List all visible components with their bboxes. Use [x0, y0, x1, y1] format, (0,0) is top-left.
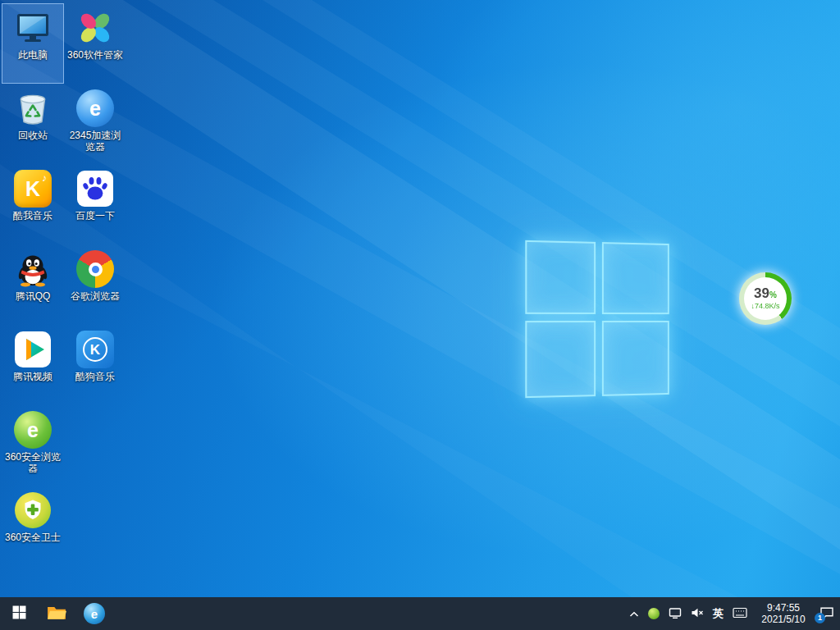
action-center-button[interactable]: 1: [819, 606, 834, 622]
start-button[interactable]: [0, 597, 38, 630]
windows-start-icon: [12, 605, 26, 622]
taskbar-empty-area: [113, 597, 626, 630]
chevron-up-icon: [629, 608, 639, 620]
download-percent: 39%: [754, 286, 777, 302]
desktop-icon-grid: 此电脑 回收站 K ♪: [2, 3, 126, 566]
360-safety-guard-icon: [13, 491, 52, 530]
2345-browser-icon: e: [75, 89, 115, 128]
browser-taskbar-button[interactable]: e: [75, 597, 113, 630]
desktop-icon-label: 百度一下: [75, 210, 115, 221]
desktop-icon-label: 腾讯QQ: [16, 290, 51, 302]
desktop-icon-label: 回收站: [18, 130, 48, 141]
windows-logo-pane: [602, 242, 669, 314]
desktop-icon-baidu[interactable]: 百度一下: [64, 164, 126, 244]
clock-time: 9:47:55: [767, 602, 800, 614]
desktop-icon-label: 360软件管家: [67, 49, 123, 61]
desktop-icon-360-software-manager[interactable]: 360软件管家: [64, 3, 126, 84]
keyboard-icon: [733, 607, 747, 621]
desktop-icon-tencent-qq[interactable]: 腾讯QQ: [2, 244, 64, 325]
kugou-music-icon: K: [75, 330, 115, 369]
ime-indicator[interactable]: 英: [713, 606, 724, 621]
kuwo-music-icon: K ♪: [13, 169, 52, 208]
desktop-icon-label: 360安全浏览器: [2, 451, 63, 474]
desktop-icon-tencent-video[interactable]: 腾讯视频: [2, 325, 64, 405]
download-progress-ring: 39% ↓74.8K/s: [739, 272, 792, 325]
desktop-icon-label: 此电脑: [18, 49, 48, 61]
baidu-paw-icon: [75, 169, 115, 208]
desktop-icon-this-pc[interactable]: 此电脑: [2, 3, 64, 84]
desktop-icon-2345-browser[interactable]: e 2345加速浏览器: [64, 84, 126, 164]
music-note-icon: ♪: [42, 172, 47, 184]
qq-penguin-icon: [13, 249, 52, 289]
desktop-icon-label: 酷我音乐: [13, 210, 52, 221]
desktop-icon-kuwo-music[interactable]: K ♪ 酷我音乐: [2, 164, 64, 244]
download-float-widget[interactable]: 39% ↓74.8K/s: [739, 272, 792, 325]
file-explorer-button[interactable]: [38, 597, 75, 630]
volume-muted-icon: [691, 606, 704, 622]
windows-logo-pane: [525, 240, 596, 314]
windows-logo: [525, 240, 669, 398]
desktop-icon-chrome[interactable]: 谷歌浏览器: [64, 244, 126, 325]
browser-e-glyph: e: [91, 608, 98, 620]
desktop-icon-kugou-music[interactable]: K 酷狗音乐: [64, 325, 126, 405]
tray-expand-button[interactable]: [629, 608, 639, 620]
desktop-icon-label: 谷歌浏览器: [71, 290, 120, 302]
desktop-icon-label: 腾讯视频: [13, 371, 52, 382]
taskbar: e: [0, 597, 840, 630]
desktop-icon-360-secure-browser[interactable]: e 360安全浏览器: [2, 405, 64, 486]
tencent-video-icon: [13, 330, 52, 369]
clock-date: 2021/5/10: [761, 614, 805, 625]
desktop-icon-label: 酷狗音乐: [75, 371, 115, 382]
touch-keyboard-button[interactable]: [733, 607, 747, 621]
this-pc-icon: [13, 8, 52, 48]
kuwo-glyph: K: [25, 179, 40, 199]
system-tray: 英 9:47:55 2021/5/10 1: [626, 597, 840, 630]
taskbar-clock[interactable]: 9:47:55 2021/5/10: [756, 602, 810, 625]
kugou-glyph: K: [90, 343, 100, 357]
download-speed: ↓74.8K/s: [751, 302, 779, 311]
ethernet-network-icon: [669, 606, 682, 622]
download-progress-inner: 39% ↓74.8K/s: [744, 277, 787, 320]
browser-e-glyph: e: [27, 420, 39, 441]
desktop-icon-recycle-bin[interactable]: 回收站: [2, 84, 64, 164]
360-secure-browser-icon: e: [13, 410, 52, 450]
desktop-icon-360-safety-guard[interactable]: 360安全卫士: [2, 486, 64, 566]
browser-e-glyph: e: [89, 98, 101, 119]
desktop-wallpaper: 此电脑 回收站 K ♪: [0, 0, 840, 597]
recycle-bin-icon: [13, 89, 52, 128]
chrome-icon: [75, 249, 115, 289]
notification-badge: 1: [815, 613, 825, 623]
volume-tray-button[interactable]: [691, 606, 704, 622]
desktop-icon-label: 2345加速浏览器: [65, 130, 126, 153]
folder-icon: [47, 605, 66, 623]
browser-orb-icon: e: [84, 603, 105, 624]
360-tray-icon: [648, 608, 660, 619]
windows-logo-pane: [525, 321, 596, 398]
360-software-manager-icon: [75, 8, 115, 48]
windows-logo-pane: [602, 321, 669, 396]
tray-360-button[interactable]: [648, 608, 660, 619]
network-tray-button[interactable]: [669, 606, 682, 622]
desktop-icon-label: 360安全卫士: [5, 532, 61, 543]
